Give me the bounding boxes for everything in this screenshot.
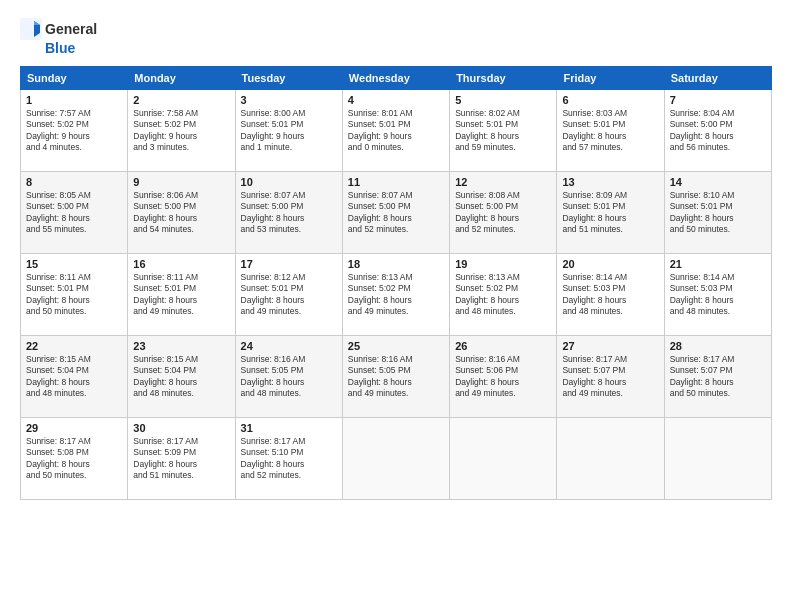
day-info: Sunrise: 8:05 AM Sunset: 5:00 PM Dayligh… bbox=[26, 190, 122, 236]
day-info: Sunrise: 8:17 AM Sunset: 5:08 PM Dayligh… bbox=[26, 436, 122, 482]
day-info: Sunrise: 8:15 AM Sunset: 5:04 PM Dayligh… bbox=[26, 354, 122, 400]
weekday-header-tuesday: Tuesday bbox=[235, 67, 342, 90]
calendar-cell bbox=[664, 418, 771, 500]
calendar-cell: 25Sunrise: 8:16 AM Sunset: 5:05 PM Dayli… bbox=[342, 336, 449, 418]
calendar-cell: 21Sunrise: 8:14 AM Sunset: 5:03 PM Dayli… bbox=[664, 254, 771, 336]
calendar-cell bbox=[342, 418, 449, 500]
calendar-cell: 31Sunrise: 8:17 AM Sunset: 5:10 PM Dayli… bbox=[235, 418, 342, 500]
week-row-1: 1Sunrise: 7:57 AM Sunset: 5:02 PM Daylig… bbox=[21, 90, 772, 172]
day-info: Sunrise: 8:14 AM Sunset: 5:03 PM Dayligh… bbox=[670, 272, 766, 318]
day-info: Sunrise: 8:16 AM Sunset: 5:06 PM Dayligh… bbox=[455, 354, 551, 400]
day-number: 14 bbox=[670, 176, 766, 188]
calendar-cell: 10Sunrise: 8:07 AM Sunset: 5:00 PM Dayli… bbox=[235, 172, 342, 254]
day-number: 15 bbox=[26, 258, 122, 270]
day-info: Sunrise: 7:57 AM Sunset: 5:02 PM Dayligh… bbox=[26, 108, 122, 154]
weekday-header-row: SundayMondayTuesdayWednesdayThursdayFrid… bbox=[21, 67, 772, 90]
calendar-table: SundayMondayTuesdayWednesdayThursdayFrid… bbox=[20, 66, 772, 500]
calendar-cell: 20Sunrise: 8:14 AM Sunset: 5:03 PM Dayli… bbox=[557, 254, 664, 336]
calendar-cell: 16Sunrise: 8:11 AM Sunset: 5:01 PM Dayli… bbox=[128, 254, 235, 336]
calendar-cell: 22Sunrise: 8:15 AM Sunset: 5:04 PM Dayli… bbox=[21, 336, 128, 418]
calendar-cell: 13Sunrise: 8:09 AM Sunset: 5:01 PM Dayli… bbox=[557, 172, 664, 254]
day-number: 9 bbox=[133, 176, 229, 188]
day-info: Sunrise: 8:07 AM Sunset: 5:00 PM Dayligh… bbox=[241, 190, 337, 236]
day-number: 2 bbox=[133, 94, 229, 106]
day-info: Sunrise: 8:06 AM Sunset: 5:00 PM Dayligh… bbox=[133, 190, 229, 236]
calendar-cell: 30Sunrise: 8:17 AM Sunset: 5:09 PM Dayli… bbox=[128, 418, 235, 500]
day-number: 13 bbox=[562, 176, 658, 188]
weekday-header-saturday: Saturday bbox=[664, 67, 771, 90]
day-number: 28 bbox=[670, 340, 766, 352]
calendar-cell: 9Sunrise: 8:06 AM Sunset: 5:00 PM Daylig… bbox=[128, 172, 235, 254]
day-number: 7 bbox=[670, 94, 766, 106]
day-number: 1 bbox=[26, 94, 122, 106]
calendar-cell: 28Sunrise: 8:17 AM Sunset: 5:07 PM Dayli… bbox=[664, 336, 771, 418]
day-info: Sunrise: 8:10 AM Sunset: 5:01 PM Dayligh… bbox=[670, 190, 766, 236]
day-number: 8 bbox=[26, 176, 122, 188]
day-info: Sunrise: 8:13 AM Sunset: 5:02 PM Dayligh… bbox=[348, 272, 444, 318]
calendar-cell: 14Sunrise: 8:10 AM Sunset: 5:01 PM Dayli… bbox=[664, 172, 771, 254]
day-info: Sunrise: 8:00 AM Sunset: 5:01 PM Dayligh… bbox=[241, 108, 337, 154]
day-number: 29 bbox=[26, 422, 122, 434]
weekday-header-sunday: Sunday bbox=[21, 67, 128, 90]
day-info: Sunrise: 8:11 AM Sunset: 5:01 PM Dayligh… bbox=[133, 272, 229, 318]
calendar-cell: 27Sunrise: 8:17 AM Sunset: 5:07 PM Dayli… bbox=[557, 336, 664, 418]
day-info: Sunrise: 8:16 AM Sunset: 5:05 PM Dayligh… bbox=[241, 354, 337, 400]
day-info: Sunrise: 8:03 AM Sunset: 5:01 PM Dayligh… bbox=[562, 108, 658, 154]
logo-blue: Blue bbox=[45, 40, 75, 56]
logo-graphic bbox=[20, 18, 42, 40]
page: General Blue SundayMondayTuesdayWednesda… bbox=[0, 0, 792, 612]
day-number: 25 bbox=[348, 340, 444, 352]
weekday-header-wednesday: Wednesday bbox=[342, 67, 449, 90]
day-info: Sunrise: 8:04 AM Sunset: 5:00 PM Dayligh… bbox=[670, 108, 766, 154]
day-number: 3 bbox=[241, 94, 337, 106]
day-info: Sunrise: 8:17 AM Sunset: 5:07 PM Dayligh… bbox=[670, 354, 766, 400]
day-info: Sunrise: 8:02 AM Sunset: 5:01 PM Dayligh… bbox=[455, 108, 551, 154]
day-number: 18 bbox=[348, 258, 444, 270]
calendar-cell: 29Sunrise: 8:17 AM Sunset: 5:08 PM Dayli… bbox=[21, 418, 128, 500]
day-number: 19 bbox=[455, 258, 551, 270]
day-number: 31 bbox=[241, 422, 337, 434]
day-number: 4 bbox=[348, 94, 444, 106]
day-number: 30 bbox=[133, 422, 229, 434]
day-number: 26 bbox=[455, 340, 551, 352]
day-info: Sunrise: 8:16 AM Sunset: 5:05 PM Dayligh… bbox=[348, 354, 444, 400]
calendar-cell: 12Sunrise: 8:08 AM Sunset: 5:00 PM Dayli… bbox=[450, 172, 557, 254]
calendar-cell: 26Sunrise: 8:16 AM Sunset: 5:06 PM Dayli… bbox=[450, 336, 557, 418]
day-number: 17 bbox=[241, 258, 337, 270]
day-info: Sunrise: 8:13 AM Sunset: 5:02 PM Dayligh… bbox=[455, 272, 551, 318]
calendar-cell: 1Sunrise: 7:57 AM Sunset: 5:02 PM Daylig… bbox=[21, 90, 128, 172]
weekday-header-monday: Monday bbox=[128, 67, 235, 90]
day-number: 24 bbox=[241, 340, 337, 352]
day-number: 21 bbox=[670, 258, 766, 270]
day-number: 16 bbox=[133, 258, 229, 270]
calendar-cell: 5Sunrise: 8:02 AM Sunset: 5:01 PM Daylig… bbox=[450, 90, 557, 172]
day-number: 11 bbox=[348, 176, 444, 188]
calendar-cell: 19Sunrise: 8:13 AM Sunset: 5:02 PM Dayli… bbox=[450, 254, 557, 336]
calendar-cell: 11Sunrise: 8:07 AM Sunset: 5:00 PM Dayli… bbox=[342, 172, 449, 254]
day-number: 22 bbox=[26, 340, 122, 352]
day-number: 10 bbox=[241, 176, 337, 188]
day-info: Sunrise: 8:11 AM Sunset: 5:01 PM Dayligh… bbox=[26, 272, 122, 318]
week-row-3: 15Sunrise: 8:11 AM Sunset: 5:01 PM Dayli… bbox=[21, 254, 772, 336]
day-info: Sunrise: 7:58 AM Sunset: 5:02 PM Dayligh… bbox=[133, 108, 229, 154]
calendar-cell: 7Sunrise: 8:04 AM Sunset: 5:00 PM Daylig… bbox=[664, 90, 771, 172]
calendar-cell: 4Sunrise: 8:01 AM Sunset: 5:01 PM Daylig… bbox=[342, 90, 449, 172]
calendar-cell: 18Sunrise: 8:13 AM Sunset: 5:02 PM Dayli… bbox=[342, 254, 449, 336]
calendar-cell bbox=[557, 418, 664, 500]
day-number: 6 bbox=[562, 94, 658, 106]
week-row-5: 29Sunrise: 8:17 AM Sunset: 5:08 PM Dayli… bbox=[21, 418, 772, 500]
day-info: Sunrise: 8:01 AM Sunset: 5:01 PM Dayligh… bbox=[348, 108, 444, 154]
day-info: Sunrise: 8:17 AM Sunset: 5:07 PM Dayligh… bbox=[562, 354, 658, 400]
calendar-cell: 24Sunrise: 8:16 AM Sunset: 5:05 PM Dayli… bbox=[235, 336, 342, 418]
calendar-cell: 8Sunrise: 8:05 AM Sunset: 5:00 PM Daylig… bbox=[21, 172, 128, 254]
day-info: Sunrise: 8:17 AM Sunset: 5:10 PM Dayligh… bbox=[241, 436, 337, 482]
day-number: 5 bbox=[455, 94, 551, 106]
day-number: 27 bbox=[562, 340, 658, 352]
day-info: Sunrise: 8:07 AM Sunset: 5:00 PM Dayligh… bbox=[348, 190, 444, 236]
day-info: Sunrise: 8:09 AM Sunset: 5:01 PM Dayligh… bbox=[562, 190, 658, 236]
calendar-cell: 17Sunrise: 8:12 AM Sunset: 5:01 PM Dayli… bbox=[235, 254, 342, 336]
calendar-cell: 23Sunrise: 8:15 AM Sunset: 5:04 PM Dayli… bbox=[128, 336, 235, 418]
calendar-cell: 3Sunrise: 8:00 AM Sunset: 5:01 PM Daylig… bbox=[235, 90, 342, 172]
day-info: Sunrise: 8:14 AM Sunset: 5:03 PM Dayligh… bbox=[562, 272, 658, 318]
logo-text-block: General Blue bbox=[20, 18, 97, 56]
